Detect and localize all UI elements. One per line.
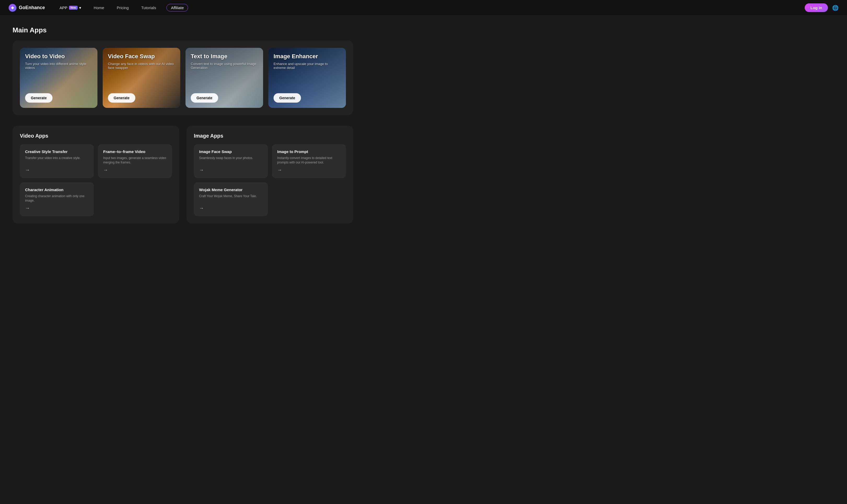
sub-app-title: Image to Prompt xyxy=(277,149,341,154)
card-title-text-to-image: Text to Image xyxy=(191,53,258,60)
app-menu-button[interactable]: APP New ▾ xyxy=(57,4,83,11)
sub-app-desc: Input two images, generate a seamless vi… xyxy=(103,156,167,165)
card-desc-image-enhancer: Enhance and upscale your image to extrem… xyxy=(273,62,341,70)
card-top: Image Enhancer Enhance and upscale your … xyxy=(273,53,341,93)
tutorials-link[interactable]: Tutorials xyxy=(139,4,158,11)
image-apps-grid: Image Face Swap Seamlessly swap faces in… xyxy=(194,144,346,216)
login-button[interactable]: Log in xyxy=(805,3,828,12)
logo-icon xyxy=(8,4,17,12)
card-title-image-enhancer: Image Enhancer xyxy=(273,53,341,60)
sub-app-title: Image Face Swap xyxy=(199,149,263,154)
arrow-icon: → xyxy=(25,205,89,211)
sub-app-desc: Instantly convert images to detailed tex… xyxy=(277,156,341,165)
video-apps-title: Video Apps xyxy=(20,133,172,139)
arrow-icon: → xyxy=(103,167,167,173)
main-apps-title: Main Apps xyxy=(13,26,353,34)
card-content: Video to Video Turn your video into diff… xyxy=(20,48,98,108)
sub-app-title: Creative Style Transfer xyxy=(25,149,89,154)
arrow-icon: → xyxy=(199,205,263,211)
arrow-icon: → xyxy=(199,167,263,173)
generate-btn-text-to-image[interactable]: Generate xyxy=(191,93,218,103)
new-badge: New xyxy=(69,6,77,10)
generate-btn-video-face-swap[interactable]: Generate xyxy=(108,93,135,103)
card-text-to-image[interactable]: Text to Image Convert text to image usin… xyxy=(186,48,263,108)
video-apps-grid: Creative Style Transfer Transfer your vi… xyxy=(20,144,172,216)
main-apps-grid: Video to Video Turn your video into diff… xyxy=(20,48,346,108)
sub-app-desc: Creating character animation with only o… xyxy=(25,194,89,203)
generate-btn-image-enhancer[interactable]: Generate xyxy=(273,93,301,103)
chevron-down-icon: ▾ xyxy=(79,5,81,10)
affiliate-button[interactable]: Affiliate xyxy=(166,4,188,12)
card-video-face-swap[interactable]: Video Face Swap Change any face in video… xyxy=(103,48,180,108)
image-apps-section: Image Apps Image Face Swap Seamlessly sw… xyxy=(187,126,353,223)
arrow-icon: → xyxy=(25,167,89,173)
card-top: Text to Image Convert text to image usin… xyxy=(191,53,258,93)
video-apps-section: Video Apps Creative Style Transfer Trans… xyxy=(13,126,179,223)
card-title-video-to-video: Video to Video xyxy=(25,53,92,60)
nav-right: Log in 🌐 xyxy=(805,3,839,12)
generate-btn-video-to-video[interactable]: Generate xyxy=(25,93,53,103)
card-title-video-face-swap: Video Face Swap xyxy=(108,53,175,60)
globe-icon[interactable]: 🌐 xyxy=(832,5,839,11)
card-content: Text to Image Convert text to image usin… xyxy=(186,48,263,108)
sub-app-title: Character Animation xyxy=(25,187,89,192)
card-character-animation[interactable]: Character Animation Creating character a… xyxy=(20,182,94,216)
card-creative-style-transfer[interactable]: Creative Style Transfer Transfer your vi… xyxy=(20,144,94,178)
sub-app-desc: Craft Your Wojak Meme, Share Your Tale. xyxy=(199,194,263,203)
card-image-enhancer[interactable]: Image Enhancer Enhance and upscale your … xyxy=(268,48,346,108)
card-wojak-meme-generator[interactable]: Wojak Meme Generator Craft Your Wojak Me… xyxy=(194,182,268,216)
card-desc-text-to-image: Convert text to image using powerful Ima… xyxy=(191,62,258,70)
arrow-icon: → xyxy=(277,167,341,173)
pricing-link[interactable]: Pricing xyxy=(115,4,131,11)
sub-app-title: Wojak Meme Generator xyxy=(199,187,263,192)
main-content: Main Apps Video to Video Turn your video… xyxy=(0,16,366,234)
card-content: Video Face Swap Change any face in video… xyxy=(103,48,180,108)
sub-app-desc: Transfer your video into a creative styl… xyxy=(25,156,89,165)
image-apps-title: Image Apps xyxy=(194,133,346,139)
navbar: GoEnhance APP New ▾ Home Pricing Tutoria… xyxy=(0,0,847,16)
brand-name: GoEnhance xyxy=(19,5,45,11)
card-frame-to-frame[interactable]: Frame–to–frame Video Input two images, g… xyxy=(98,144,172,178)
app-label: APP xyxy=(59,5,67,10)
sub-app-title: Frame–to–frame Video xyxy=(103,149,167,154)
logo-area[interactable]: GoEnhance xyxy=(8,4,45,12)
card-image-to-prompt[interactable]: Image to Prompt Instantly convert images… xyxy=(272,144,346,178)
main-apps-container: Video to Video Turn your video into diff… xyxy=(13,40,353,115)
sub-app-desc: Seamlessly swap faces in your photos. xyxy=(199,156,263,165)
card-desc-video-to-video: Turn your video into different anime sty… xyxy=(25,62,92,70)
card-video-to-video[interactable]: Video to Video Turn your video into diff… xyxy=(20,48,98,108)
card-image-face-swap[interactable]: Image Face Swap Seamlessly swap faces in… xyxy=(194,144,268,178)
home-link[interactable]: Home xyxy=(92,4,106,11)
card-content: Image Enhancer Enhance and upscale your … xyxy=(268,48,346,108)
card-top: Video to Video Turn your video into diff… xyxy=(25,53,92,93)
card-top: Video Face Swap Change any face in video… xyxy=(108,53,175,93)
bottom-sections: Video Apps Creative Style Transfer Trans… xyxy=(13,126,353,223)
card-desc-video-face-swap: Change any face in videos with our AI vi… xyxy=(108,62,175,70)
